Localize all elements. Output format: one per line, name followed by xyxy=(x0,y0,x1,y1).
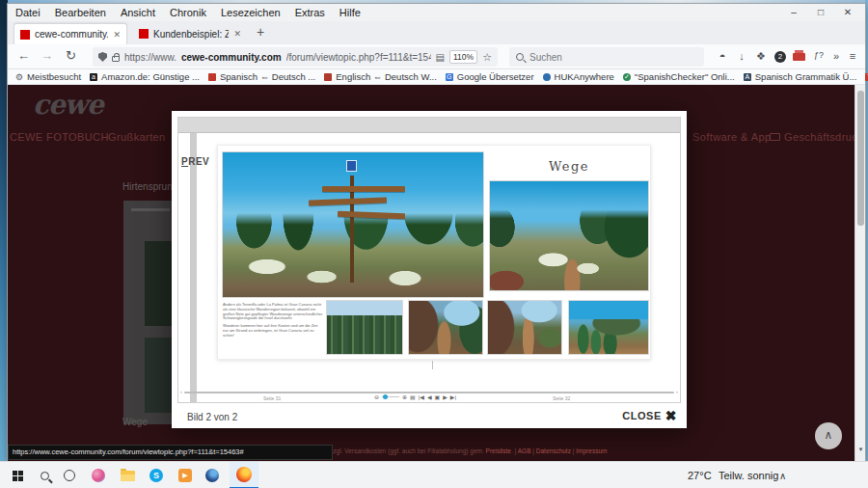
translate-icon: G xyxy=(446,73,453,81)
forum-thumbnail-image xyxy=(145,338,174,413)
tab-cewe-community[interactable]: cewe-community.com/forum/vi ✕ xyxy=(14,23,127,44)
viewer-toolbar xyxy=(178,118,680,133)
signpost-pole xyxy=(350,176,354,283)
link-agb[interactable]: AGB xyxy=(518,447,531,454)
signpost-top-sign xyxy=(346,160,357,172)
bookmark-star-icon[interactable]: ☆ xyxy=(482,51,492,64)
bookmark-spanisch-grammatik[interactable]: ASpanisch Grammatik Ü... xyxy=(744,71,857,82)
site-nav-software-app[interactable]: Software & App xyxy=(692,131,771,143)
font-tool-icon[interactable]: ƒ? xyxy=(811,50,827,60)
link-impressum[interactable]: Impressum xyxy=(576,447,607,454)
menu-bearbeiten[interactable]: Bearbeiten xyxy=(55,7,106,18)
downloads-icon[interactable]: ↓ xyxy=(734,50,749,62)
menu-chronik[interactable]: Chronik xyxy=(170,7,206,18)
forum-post-divider xyxy=(131,208,170,211)
fullscreen-icon[interactable]: ▣ xyxy=(435,393,441,400)
site-nav-fotobuch[interactable]: CEWE FOTOBUCH xyxy=(10,131,109,143)
close-lightbox-button[interactable]: CLOSE ✖ xyxy=(622,408,677,423)
prev-image-button[interactable]: PREV xyxy=(181,156,209,167)
zoom-level-indicator[interactable]: 110% xyxy=(449,50,477,64)
forward-button[interactable]: → xyxy=(41,48,53,63)
first-page-icon[interactable]: |◀ xyxy=(419,393,424,400)
start-button[interactable] xyxy=(4,462,31,488)
paint-app-button[interactable] xyxy=(85,462,112,488)
hidden-icons-chevron[interactable]: ∧ xyxy=(779,462,786,488)
dict-icon xyxy=(208,73,216,81)
menu-hilfe[interactable]: Hilfe xyxy=(339,7,361,18)
hscroll-left-arrow[interactable]: ‹ xyxy=(180,389,182,394)
link-preisliste[interactable]: Preisliste xyxy=(486,447,511,454)
bookmark-amazon[interactable]: aAmazon.de: Günstige ... xyxy=(90,71,200,82)
close-window-button[interactable]: ✕ xyxy=(834,4,861,21)
windows-logo-icon xyxy=(13,471,23,481)
dict-icon xyxy=(324,73,332,81)
tab-kundenbeispiel[interactable]: Kundenbeispiel: Zugvögel unte ✕ xyxy=(133,23,247,44)
firefox-button-active[interactable] xyxy=(230,462,258,488)
cortana-button[interactable] xyxy=(56,462,83,488)
signpost-arm xyxy=(309,198,387,206)
taskbar-search-button[interactable] xyxy=(31,462,58,488)
zoom-out-icon[interactable]: ⊖ xyxy=(374,393,379,400)
hscroll-right-arrow[interactable]: › xyxy=(676,389,678,394)
tab-close-icon[interactable]: ✕ xyxy=(233,29,241,39)
photo-cacti-valley xyxy=(568,300,649,355)
search-placeholder: Suchen xyxy=(529,52,562,63)
zoom-slider-thumb[interactable] xyxy=(383,394,388,399)
extension-icon[interactable]: ❖ xyxy=(753,50,769,63)
scrollbar-down-arrow[interactable]: ▾ xyxy=(855,446,865,453)
address-bar[interactable]: https://www. cewe-community.com /forum/v… xyxy=(93,47,498,67)
fit-page-icon[interactable]: ▤ xyxy=(410,393,416,400)
overflow-chevron-icon[interactable]: » xyxy=(828,50,844,62)
prev-page-icon[interactable]: ◀ xyxy=(427,393,432,400)
pocket-icon[interactable]: ◓ xyxy=(715,50,730,62)
photobook-spread: Wege Anders als Teneriffa oder La Palma … xyxy=(217,145,651,360)
extension-badge-icon[interactable]: 2 xyxy=(774,51,786,63)
weather-temperature[interactable]: 27°C xyxy=(688,462,712,488)
minimize-button[interactable]: – xyxy=(780,4,807,21)
maximize-button[interactable]: □ xyxy=(807,4,834,21)
last-page-icon[interactable]: ▶| xyxy=(450,393,456,400)
next-page-icon[interactable]: ▶ xyxy=(443,393,448,400)
scrollbar-thumb[interactable] xyxy=(857,91,864,226)
signpost-arm xyxy=(338,210,405,218)
skype-button[interactable]: S xyxy=(143,462,170,488)
media-player-button[interactable]: ▶ xyxy=(172,462,199,488)
site-nav-grusskarten[interactable]: Grußkarten xyxy=(108,131,166,143)
tab-close-icon[interactable]: ✕ xyxy=(113,30,121,40)
scroll-to-top-button[interactable]: ∧ xyxy=(815,422,842,449)
firefox-icon xyxy=(236,467,252,482)
print-icon[interactable] xyxy=(793,53,805,61)
back-button[interactable]: ← xyxy=(17,48,30,63)
bookmark-spanisch-deutsch[interactable]: Spanisch ⇔ Deutsch ... xyxy=(208,71,315,82)
hamburger-menu-icon[interactable]: ≡ xyxy=(845,50,860,62)
weather-condition[interactable]: Teilw. sonnig xyxy=(719,462,778,488)
menu-datei[interactable]: Datei xyxy=(15,7,41,18)
file-explorer-button[interactable] xyxy=(114,462,141,488)
bookmark-spanishchecker[interactable]: ✓"SpanishChecker" Onli... xyxy=(623,71,735,82)
lock-icon[interactable] xyxy=(112,56,120,62)
bookmark-hukanywhere[interactable]: HUKAnywhere xyxy=(543,71,614,82)
new-tab-button[interactable]: + xyxy=(257,24,264,40)
menu-lesezeichen[interactable]: Lesezeichen xyxy=(221,7,281,18)
zoom-slider[interactable] xyxy=(382,396,399,397)
secondary-browser-button[interactable] xyxy=(199,462,226,488)
tracking-shield-icon[interactable] xyxy=(98,52,107,62)
desktop-wallpaper-left xyxy=(0,0,8,461)
close-icon: ✖ xyxy=(665,408,677,423)
search-field[interactable]: Suchen xyxy=(509,47,704,67)
huk-icon xyxy=(543,73,551,81)
reload-button[interactable]: ↻ xyxy=(66,48,76,63)
bookmark-google-uebersetzer[interactable]: GGoogle Übersetzer xyxy=(446,71,534,82)
photo-rocky-trail xyxy=(408,300,483,355)
link-datenschutz[interactable]: Datenschutz xyxy=(536,447,571,454)
bookmark-englisch-deutsch[interactable]: Englisch ⇔ Deutsch W... xyxy=(324,71,437,82)
cewe-logo[interactable]: cewe xyxy=(33,89,103,121)
page-scrollbar[interactable]: ▾ xyxy=(854,85,865,461)
reader-mode-icon[interactable]: ▤ xyxy=(436,52,445,63)
zoom-in-icon[interactable]: ⊕ xyxy=(402,393,407,400)
menu-extras[interactable]: Extras xyxy=(295,7,325,18)
site-nav-geschaeftsdruck[interactable]: Geschäftsdruck xyxy=(770,131,863,143)
bookmark-meistbesucht[interactable]: ⚙Meistbesucht xyxy=(15,71,81,82)
cortana-icon xyxy=(64,470,75,481)
menu-ansicht[interactable]: Ansicht xyxy=(121,7,155,18)
